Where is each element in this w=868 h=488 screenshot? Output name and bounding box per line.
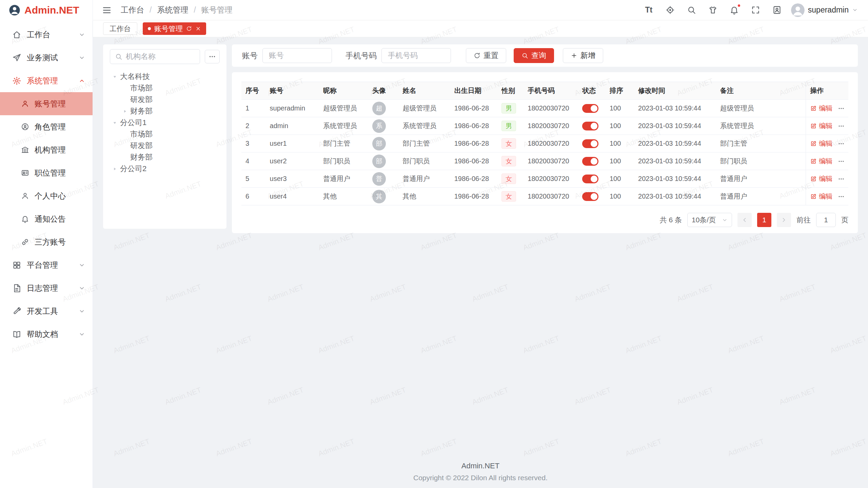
cell-phone: 18020030720 <box>524 152 578 170</box>
cell-avatar: 其 <box>368 188 399 205</box>
sidebar-item-personal-center[interactable]: 个人中心 <box>0 184 93 207</box>
sidebar-item-workbench[interactable]: 工作台 <box>0 23 93 46</box>
chevron-down-icon <box>79 331 85 338</box>
phone-input[interactable] <box>381 48 451 63</box>
brand[interactable]: Admin.NET <box>0 0 93 20</box>
table-row: 6user4其他其其他1986-06-28女180200307201002023… <box>241 188 848 205</box>
cell-actions: 编辑 <box>806 117 848 135</box>
next-page-button[interactable] <box>777 213 791 227</box>
caret-down-icon[interactable] <box>112 120 117 125</box>
sidebar-item-platform-management[interactable]: 平台管理 <box>0 253 93 277</box>
tree-node[interactable]: 分公司2 <box>110 163 220 175</box>
caret-down-icon[interactable] <box>112 74 117 79</box>
edit-button[interactable]: 编辑 <box>810 174 832 183</box>
tab-label: 工作台 <box>110 24 131 34</box>
tree-node[interactable]: 大名科技 <box>110 71 220 82</box>
tab-workbench[interactable]: 工作台 <box>103 22 137 35</box>
profile-icon[interactable] <box>772 5 782 15</box>
add-button[interactable]: 新增 <box>563 48 603 63</box>
user-avatar <box>791 3 805 17</box>
edit-button[interactable]: 编辑 <box>810 121 832 130</box>
tree-node[interactable]: 财务部 <box>110 151 220 163</box>
chevron-down-icon <box>79 32 85 38</box>
account-input[interactable] <box>262 48 332 63</box>
chevron-down-icon <box>852 7 858 13</box>
prev-page-button[interactable] <box>737 213 752 227</box>
row-more-button[interactable] <box>838 176 845 182</box>
column-header: 出生日期 <box>450 82 498 100</box>
search-icon[interactable] <box>687 5 696 15</box>
tree-node[interactable]: 研发部 <box>110 94 220 105</box>
row-more-button[interactable] <box>838 123 845 129</box>
page-size-select[interactable]: 10条/页 <box>687 213 732 227</box>
tree-node-label: 分公司1 <box>120 118 146 128</box>
locate-icon[interactable] <box>666 5 675 15</box>
search-icon <box>115 53 122 60</box>
sidebar-item-account-management[interactable]: 账号管理 <box>0 92 93 115</box>
org-more-button[interactable] <box>205 50 220 63</box>
row-more-button[interactable] <box>838 140 845 147</box>
tree-node[interactable]: 分公司1 <box>110 117 220 128</box>
edit-button[interactable]: 编辑 <box>810 139 832 148</box>
sidebar-item-business-test[interactable]: 业务测试 <box>0 46 93 69</box>
tree-node[interactable]: 市场部 <box>110 82 220 94</box>
org-search-input[interactable] <box>126 52 195 61</box>
bank-icon <box>21 146 29 154</box>
status-toggle[interactable] <box>582 175 598 183</box>
cell-birthdate: 1986-06-28 <box>450 117 498 135</box>
cell-modified: 2023-01-03 10:59:44 <box>634 170 716 188</box>
org-search-field[interactable] <box>110 49 200 64</box>
caret-right-icon[interactable] <box>112 166 117 171</box>
edit-button[interactable]: 编辑 <box>810 104 832 113</box>
cell-index: 3 <box>241 135 266 152</box>
tree-node-label: 市场部 <box>130 83 153 93</box>
edit-label: 编辑 <box>819 104 832 113</box>
goto-page-input[interactable] <box>816 213 836 227</box>
refresh-icon[interactable] <box>186 26 192 32</box>
status-toggle[interactable] <box>582 139 598 148</box>
pagination: 共 6 条 10条/页 1 前 <box>241 213 848 227</box>
notification-bell-icon[interactable] <box>730 5 739 15</box>
breadcrumb-item[interactable]: 工作台 <box>121 5 144 15</box>
row-more-button[interactable] <box>838 193 845 200</box>
sidebar-item-notice-announcement[interactable]: 通知公告 <box>0 207 93 230</box>
theme-icon[interactable] <box>708 5 717 15</box>
breadcrumb-item[interactable]: 系统管理 <box>157 5 188 15</box>
user-menu[interactable]: superadmin <box>791 3 858 17</box>
edit-button[interactable]: 编辑 <box>810 157 832 166</box>
sidebar-item-log-management[interactable]: 日志管理 <box>0 277 93 300</box>
sidebar-item-third-party-account[interactable]: 三方账号 <box>0 230 93 253</box>
tree-node[interactable]: 市场部 <box>110 128 220 140</box>
column-header: 排序 <box>606 82 634 100</box>
hamburger-icon[interactable] <box>102 5 112 15</box>
row-more-button[interactable] <box>838 105 845 112</box>
page-number-active[interactable]: 1 <box>757 213 771 227</box>
main-panel: 账号 手机号码 重置 查询 <box>232 44 858 233</box>
caret-right-icon[interactable] <box>122 108 127 114</box>
tree-node[interactable]: 研发部 <box>110 140 220 151</box>
tab-account-management[interactable]: 账号管理 <box>143 22 206 35</box>
search-button[interactable]: 查询 <box>514 48 554 63</box>
status-toggle[interactable] <box>582 157 598 166</box>
menu-label: 日志管理 <box>27 283 79 293</box>
sidebar-item-dev-tools[interactable]: 开发工具 <box>0 300 93 323</box>
sidebar-item-position-management[interactable]: 职位管理 <box>0 161 93 184</box>
cell-sort: 100 <box>606 152 634 170</box>
reset-button[interactable]: 重置 <box>466 48 506 63</box>
font-size-icon[interactable]: Tt <box>644 5 653 15</box>
status-toggle[interactable] <box>582 192 598 201</box>
sidebar-item-help-docs[interactable]: 帮助文档 <box>0 323 93 346</box>
close-icon[interactable] <box>195 26 201 32</box>
status-toggle[interactable] <box>582 122 598 130</box>
fullscreen-icon[interactable] <box>751 5 760 15</box>
sidebar-item-role-management[interactable]: 角色管理 <box>0 115 93 138</box>
breadcrumb-item[interactable]: 账号管理 <box>201 5 233 15</box>
edit-button[interactable]: 编辑 <box>810 192 832 201</box>
sidebar-item-system-management[interactable]: 系统管理 <box>0 69 93 92</box>
sidebar-item-org-management[interactable]: 机构管理 <box>0 138 93 161</box>
tree-node[interactable]: 财务部 <box>110 105 220 117</box>
row-more-button[interactable] <box>838 158 845 165</box>
page-size-value: 10条/页 <box>692 215 716 225</box>
status-toggle[interactable] <box>582 104 598 113</box>
menu-label: 业务测试 <box>27 53 79 63</box>
